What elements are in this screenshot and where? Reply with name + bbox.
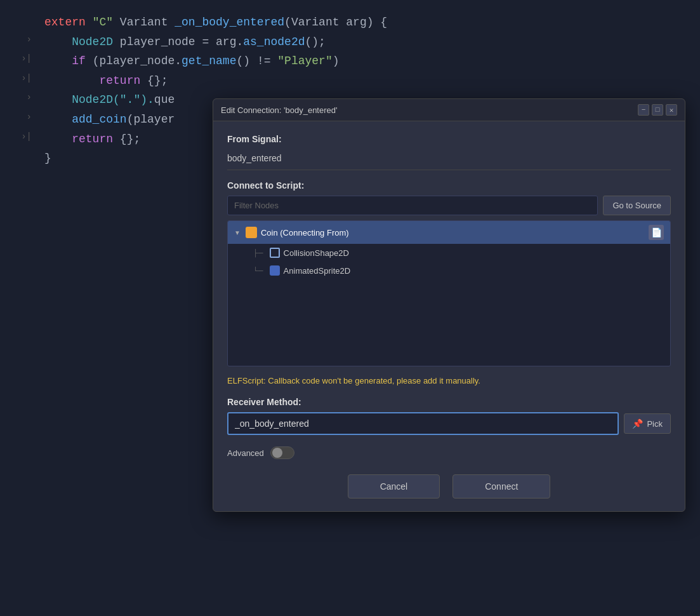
toggle-thumb xyxy=(272,448,282,458)
receiver-method-row: 📌 Pick xyxy=(227,412,671,435)
line-num: ›| xyxy=(13,51,32,71)
dialog-titlebar: Edit Connection: 'body_entered' − □ ✕ xyxy=(213,99,685,121)
warning-message: ELFScript: Callback code won't be genera… xyxy=(227,375,671,387)
pick-label: Pick xyxy=(647,419,663,429)
close-button[interactable]: ✕ xyxy=(666,104,677,116)
tree-item-animated[interactable]: └─ AnimatedSprite2D xyxy=(228,262,670,279)
connect-script-row: Go to Source xyxy=(227,196,671,215)
line-num: › xyxy=(13,32,32,52)
code-line-1: extern "C" Variant _on_body_entered(Vari… xyxy=(0,13,700,32)
filter-nodes-input[interactable] xyxy=(227,196,598,215)
script-icon: 📄 xyxy=(649,225,664,240)
code-line-2: › Node2D player_node = arg.as_node2d(); xyxy=(0,32,700,52)
tree-item-coin[interactable]: ▼ Coin (Connecting From) 📄 xyxy=(228,221,670,244)
line-num: › xyxy=(13,110,32,130)
connect-to-script-label: Connect to Script: xyxy=(227,180,671,191)
line-num: › xyxy=(13,90,32,110)
line-num xyxy=(13,149,32,168)
cancel-button[interactable]: Cancel xyxy=(348,474,440,499)
animated-sprite-icon xyxy=(270,265,280,276)
from-signal-label: From Signal: xyxy=(227,134,671,144)
line-num: ›| xyxy=(13,71,32,91)
tree-item-collision[interactable]: ├─ CollisionShape2D xyxy=(228,244,670,262)
maximize-button[interactable]: □ xyxy=(652,104,663,116)
tree-item-coin-label: Coin (Connecting From) xyxy=(261,228,349,238)
action-buttons-row: Cancel Connect xyxy=(227,474,671,499)
tree-expand-icon: ▼ xyxy=(234,229,241,236)
receiver-method-input[interactable] xyxy=(227,412,619,435)
advanced-row: Advanced xyxy=(227,446,671,459)
dialog-title: Edit Connection: 'body_entered' xyxy=(221,105,337,115)
pick-icon: 📌 xyxy=(632,418,643,429)
node-tree-panel: ▼ Coin (Connecting From) 📄 ├─ CollisionS… xyxy=(227,220,671,366)
tree-item-collision-label: CollisionShape2D xyxy=(284,248,349,258)
coin-icon xyxy=(246,227,257,238)
go-to-source-button[interactable]: Go to Source xyxy=(603,196,671,215)
connect-button[interactable]: Connect xyxy=(452,474,550,499)
advanced-label: Advanced xyxy=(227,448,264,458)
code-line-4: ›| return {}; xyxy=(0,71,700,91)
tree-connector-icon: ├─ xyxy=(253,249,263,257)
tree-item-animated-label: AnimatedSprite2D xyxy=(284,266,351,276)
edit-connection-dialog: Edit Connection: 'body_entered' − □ ✕ Fr… xyxy=(213,98,685,512)
from-signal-value: body_entered xyxy=(227,149,671,170)
tree-connector-icon-2: └─ xyxy=(253,267,263,274)
line-num: ›| xyxy=(13,130,32,149)
window-buttons: − □ ✕ xyxy=(638,104,677,116)
code-line-3: ›| if (player_node.get_name() != "Player… xyxy=(0,51,700,71)
collision-shape-icon xyxy=(270,248,280,258)
receiver-method-label: Receiver Method: xyxy=(227,397,671,407)
dialog-body: From Signal: body_entered Connect to Scr… xyxy=(213,121,685,511)
advanced-toggle[interactable] xyxy=(270,446,294,459)
pick-button[interactable]: 📌 Pick xyxy=(624,413,671,434)
line-num xyxy=(13,13,32,32)
minimize-button[interactable]: − xyxy=(638,104,649,116)
